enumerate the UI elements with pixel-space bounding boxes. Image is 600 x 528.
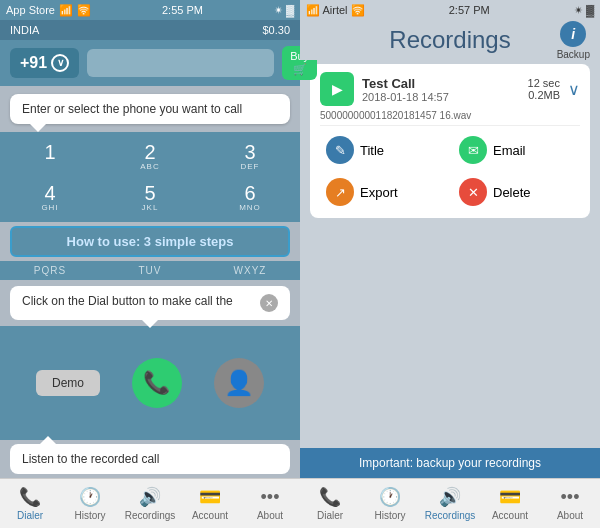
nav-dialer[interactable]: 📞 Dialer — [0, 479, 60, 528]
numpad: 1 2 ABC 3 DEF 4 GHI 5 JKL 6 MNO — [0, 132, 300, 222]
right-account-icon: 💳 — [499, 486, 521, 508]
numpad-key-4[interactable]: 4 GHI — [20, 179, 80, 216]
demo-label: Demo — [52, 376, 84, 390]
country-code-btn[interactable]: +91 ∨ — [10, 48, 79, 78]
how-to-banner: How to use: 3 simple steps — [10, 226, 290, 257]
title-button[interactable]: ✎ Title — [320, 132, 447, 168]
chevron-right-icon: ∨ — [568, 80, 580, 99]
title-label: Title — [360, 143, 384, 158]
backup-label: Backup — [557, 49, 590, 60]
right-bluetooth-icon: ✴ — [574, 4, 583, 16]
right-panel: 📶 Airtel 🛜 2:57 PM ✴ ▓ Recordings i Back… — [300, 0, 600, 528]
right-about-label: About — [557, 510, 583, 521]
right-carrier: Airtel — [322, 4, 347, 16]
status-bar-left: App Store 📶 🛜 2:55 PM ✴ ▓ — [0, 0, 300, 20]
dial-tooltip-close-button[interactable]: ✕ — [260, 294, 278, 312]
signal-icon: 📶 — [59, 4, 73, 17]
dialer-icon: 📞 — [19, 486, 41, 508]
record-tooltip: Listen to the recorded call — [10, 444, 290, 474]
right-nav-account[interactable]: 💳 Account — [480, 479, 540, 528]
right-history-label: History — [374, 510, 405, 521]
status-right-items: ✴ ▓ — [274, 4, 294, 17]
step-key-tuv: TUV — [120, 265, 180, 276]
dial-tooltip: Click on the Dial button to make call th… — [10, 286, 290, 320]
phone-icon: 📞 — [143, 370, 170, 396]
left-panel: App Store 📶 🛜 2:55 PM ✴ ▓ INDIA $0.30 +9… — [0, 0, 300, 528]
right-nav-history[interactable]: 🕐 History — [360, 479, 420, 528]
right-nav-recordings[interactable]: 🔊 Recordings — [420, 479, 480, 528]
recordings-icon: 🔊 — [139, 486, 161, 508]
account-label: Account — [192, 510, 228, 521]
numpad-key-2[interactable]: 2 ABC — [120, 138, 180, 175]
right-about-icon: ••• — [561, 487, 580, 508]
right-nav-dialer[interactable]: 📞 Dialer — [300, 479, 360, 528]
recordings-header: Recordings i Backup — [300, 20, 600, 60]
dial-button[interactable]: 📞 — [132, 358, 182, 408]
divider — [320, 125, 580, 126]
right-wifi-icon: 🛜 — [351, 4, 365, 16]
demo-button[interactable]: Demo — [36, 370, 100, 396]
step-key-pqrs: PQRS — [20, 265, 80, 276]
numpad-key-5[interactable]: 5 JKL — [120, 179, 180, 216]
recording-top: ▶ Test Call 2018-01-18 14:57 12 sec 0.2M… — [320, 72, 580, 106]
right-history-icon: 🕐 — [379, 486, 401, 508]
spacer — [300, 222, 600, 448]
dialer-label: Dialer — [17, 510, 43, 521]
info-icon: i — [560, 21, 586, 47]
cart-icon: 🛒 — [293, 63, 307, 76]
important-bar: Important: backup your recordings — [300, 448, 600, 478]
status-bar-right: 📶 Airtel 🛜 2:57 PM ✴ ▓ — [300, 0, 600, 20]
numpad-key-3[interactable]: 3 DEF — [220, 138, 280, 175]
step-row: PQRS TUV WXYZ — [0, 261, 300, 280]
right-signal-icon: 📶 — [306, 4, 320, 16]
recording-card: ▶ Test Call 2018-01-18 14:57 12 sec 0.2M… — [310, 64, 590, 218]
country-label: INDIA — [10, 24, 39, 36]
delete-label: Delete — [493, 185, 531, 200]
recordings-label: Recordings — [125, 510, 176, 521]
numpad-row-1: 1 2 ABC 3 DEF — [0, 136, 300, 177]
right-battery-icon: ▓ — [586, 4, 594, 16]
right-status-time: 2:57 PM — [449, 4, 490, 16]
country-code-text: +91 — [20, 54, 47, 72]
nav-about[interactable]: ••• About — [240, 479, 300, 528]
recording-filename: 500000000011820181457 16.wav — [320, 110, 580, 121]
recording-name: Test Call — [362, 76, 520, 91]
app-store-label: App Store — [6, 4, 55, 16]
export-button[interactable]: ↗ Export — [320, 174, 447, 210]
backup-button[interactable]: i Backup — [557, 21, 590, 60]
nav-account[interactable]: 💳 Account — [180, 479, 240, 528]
price-label: $0.30 — [262, 24, 290, 36]
play-icon: ▶ — [332, 81, 343, 97]
dial-area: Demo 📞 👤 — [0, 326, 300, 440]
phone-input-row: +91 ∨ Buy 🛒 — [0, 40, 300, 86]
nav-recordings[interactable]: 🔊 Recordings — [120, 479, 180, 528]
right-nav-about[interactable]: ••• About — [540, 479, 600, 528]
delete-button[interactable]: ✕ Delete — [453, 174, 580, 210]
play-button[interactable]: ▶ — [320, 72, 354, 106]
right-dialer-icon: 📞 — [319, 486, 341, 508]
right-account-label: Account — [492, 510, 528, 521]
chevron-down-icon: ∨ — [51, 54, 69, 72]
history-icon: 🕐 — [79, 486, 101, 508]
battery-icon: ▓ — [286, 4, 294, 16]
numpad-key-1[interactable]: 1 — [20, 138, 80, 175]
wifi-icon: 🛜 — [77, 4, 91, 17]
account-icon: 💳 — [199, 486, 221, 508]
nav-history[interactable]: 🕐 History — [60, 479, 120, 528]
phone-input[interactable] — [87, 49, 274, 77]
recording-info: Test Call 2018-01-18 14:57 — [362, 76, 520, 103]
recording-meta: 12 sec 0.2MB — [528, 77, 560, 101]
recording-size: 0.2MB — [528, 89, 560, 101]
numpad-key-6[interactable]: 6 MNO — [220, 179, 280, 216]
recording-date: 2018-01-18 14:57 — [362, 91, 520, 103]
delete-icon: ✕ — [459, 178, 487, 206]
recordings-title: Recordings — [389, 26, 510, 54]
action-buttons: ✎ Title ✉ Email ↗ Export ✕ Delete — [320, 132, 580, 210]
contacts-avatar[interactable]: 👤 — [214, 358, 264, 408]
email-label: Email — [493, 143, 526, 158]
person-icon: 👤 — [224, 369, 254, 397]
export-icon: ↗ — [326, 178, 354, 206]
left-bottom-nav: 📞 Dialer 🕐 History 🔊 Recordings 💳 Accoun… — [0, 478, 300, 528]
export-label: Export — [360, 185, 398, 200]
email-button[interactable]: ✉ Email — [453, 132, 580, 168]
